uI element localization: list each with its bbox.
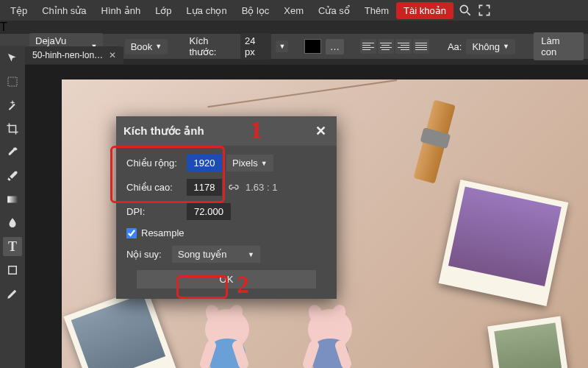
interpolation-dropdown[interactable]: Song tuyến ▼ — [172, 246, 260, 263]
align-justify-button[interactable] — [413, 39, 429, 54]
chevron-down-icon: ▼ — [155, 43, 162, 50]
document-tab[interactable]: 50-hinh-nen-lon… ✕ — [25, 46, 123, 64]
menu-image[interactable]: Hình ảnh — [94, 2, 148, 19]
antialias-dropdown[interactable]: Không ▼ — [466, 39, 515, 54]
width-label: Chiều rộng: — [126, 158, 182, 169]
resample-label: Resample — [141, 227, 184, 238]
chevron-down-icon: ▼ — [248, 251, 254, 258]
move-tool[interactable] — [3, 49, 22, 68]
image-size-dialog: Kích thước ảnh ✕ Chiều rộng: Pixels ▼ Ch… — [116, 116, 337, 299]
text-tool-indicator-icon: T — [0, 21, 588, 34]
brush-tool[interactable] — [3, 166, 22, 185]
menu-account[interactable]: Tài khoản — [396, 2, 453, 19]
document-tab-title: 50-hinh-nen-lon… — [32, 50, 103, 60]
blur-tool[interactable] — [3, 213, 22, 233]
interpolation-label: Nội suy: — [126, 249, 168, 260]
menu-edit[interactable]: Chỉnh sửa — [35, 2, 93, 19]
height-label: Chiều cao: — [126, 182, 182, 193]
menu-file[interactable]: Tệp — [3, 2, 35, 19]
dpi-label: DPI: — [126, 206, 182, 217]
decor-photo — [487, 316, 571, 368]
menu-bar: Tệp Chỉnh sửa Hình ảnh Lớp Lựa chọn Bộ l… — [0, 0, 588, 21]
ok-button[interactable]: OK — [137, 270, 317, 289]
interpolation-value: Song tuyến — [178, 249, 227, 260]
decor-photo — [439, 180, 569, 306]
close-tab-icon[interactable]: ✕ — [109, 50, 116, 60]
svg-line-1 — [467, 13, 470, 15]
align-right-button[interactable] — [395, 39, 412, 54]
text-align-group — [360, 39, 429, 54]
font-size-field[interactable]: 24 px — [240, 33, 271, 60]
menu-window[interactable]: Cửa sổ — [311, 2, 357, 19]
dialog-title: Kích thước ảnh — [123, 124, 204, 138]
decor-clothespin — [404, 79, 470, 193]
fullscreen-icon[interactable] — [477, 3, 492, 18]
close-icon[interactable]: ✕ — [312, 122, 329, 140]
menu-filter[interactable]: Bộ lọc — [234, 2, 277, 19]
chevron-down-icon: ▼ — [503, 43, 509, 50]
rect-select-tool[interactable] — [3, 72, 22, 91]
resample-checkbox[interactable] — [126, 228, 137, 238]
decor-string — [207, 79, 397, 107]
font-size-label: Kích thước: — [189, 35, 236, 57]
color-picker-button[interactable]: … — [326, 39, 344, 54]
menu-select[interactable]: Lựa chọn — [179, 2, 234, 19]
clear-style-button[interactable]: Làm con — [534, 32, 584, 60]
dpi-input[interactable] — [187, 203, 231, 220]
width-input[interactable] — [187, 155, 222, 171]
magic-wand-tool[interactable] — [3, 96, 22, 115]
antialias-label: Aa: — [448, 41, 462, 52]
shape-tool[interactable] — [3, 261, 22, 280]
link-dimensions-icon[interactable] — [226, 180, 241, 195]
text-color-swatch[interactable] — [304, 39, 321, 54]
font-weight-dropdown[interactable]: Book ▼ — [125, 39, 168, 54]
svg-rect-4 — [9, 266, 17, 275]
font-size-dropdown[interactable]: ▼ — [276, 40, 288, 52]
decor-character — [194, 302, 260, 368]
height-input[interactable] — [187, 179, 222, 196]
svg-rect-3 — [7, 197, 18, 203]
font-weight-value: Book — [131, 41, 153, 52]
menu-view[interactable]: Xem — [276, 2, 311, 19]
align-center-button[interactable] — [378, 39, 394, 54]
width-unit-value: Pixels — [232, 158, 258, 169]
aspect-ratio: 1.63 : 1 — [245, 182, 277, 193]
svg-point-0 — [460, 5, 467, 13]
pen-tool[interactable] — [3, 284, 22, 303]
menu-layer[interactable]: Lớp — [148, 2, 179, 19]
antialias-value: Không — [472, 41, 500, 52]
text-tool[interactable]: T — [3, 237, 22, 256]
chevron-down-icon: ▼ — [261, 160, 268, 167]
document-tab-bar: 50-hinh-nen-lon… ✕ — [25, 46, 123, 65]
width-unit-dropdown[interactable]: Pixels ▼ — [226, 155, 273, 171]
align-left-button[interactable] — [360, 39, 376, 54]
dialog-titlebar[interactable]: Kích thước ảnh ✕ — [116, 116, 337, 146]
tool-palette: T — [0, 46, 25, 368]
chevron-down-icon: ▼ — [279, 43, 285, 50]
search-icon[interactable] — [458, 3, 473, 18]
menu-more[interactable]: Thêm — [357, 2, 396, 19]
crop-tool[interactable] — [3, 119, 22, 138]
svg-rect-2 — [8, 77, 17, 86]
eyedropper-tool[interactable] — [3, 143, 22, 162]
decor-character — [297, 302, 363, 368]
gradient-tool[interactable] — [3, 190, 22, 209]
